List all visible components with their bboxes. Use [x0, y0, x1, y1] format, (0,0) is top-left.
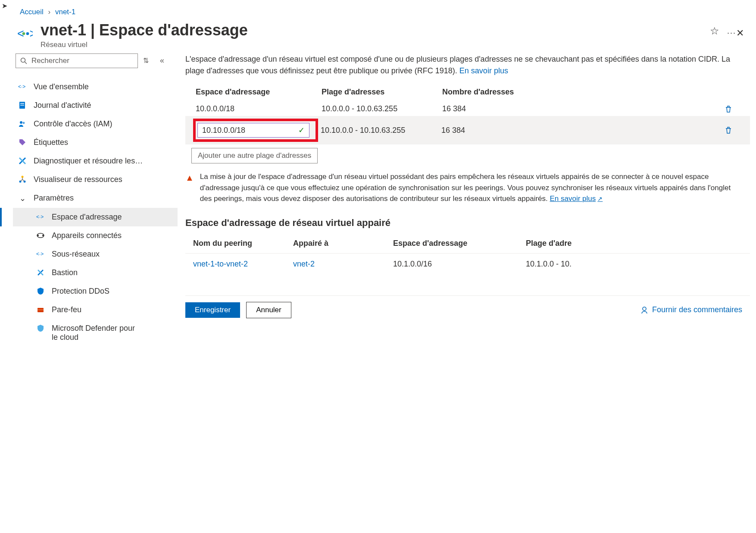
diagnose-icon: [17, 157, 28, 165]
breadcrumb-current[interactable]: vnet-1: [55, 8, 75, 16]
col-header-peered-range: Plage d'adre: [526, 239, 750, 248]
svg-point-22: [643, 307, 646, 310]
learn-more-link[interactable]: En savoir plus: [459, 66, 508, 75]
feedback-link[interactable]: Fournir des commentaires: [640, 305, 742, 314]
delete-button[interactable]: [724, 105, 750, 113]
bastion-icon: [35, 268, 46, 277]
sidebar-item-firewall[interactable]: Pare-feu: [13, 301, 178, 319]
chevron-down-icon: ⌄: [17, 194, 28, 203]
sidebar-item-bastion[interactable]: Bastion: [13, 263, 178, 282]
sidebar-item-label: Bastion: [52, 268, 78, 277]
intro-text: L'espace d'adressage d'un réseau virtuel…: [185, 53, 750, 78]
peered-section-title: Espace d'adressage de réseau virtuel app…: [185, 217, 750, 229]
more-menu-icon[interactable]: ···: [727, 28, 736, 38]
trash-icon: [724, 105, 733, 113]
col-header-count: Nombre d'adresses: [442, 88, 724, 97]
sidebar-item-label: Protection DDoS: [52, 287, 109, 296]
feedback-icon: [640, 306, 649, 314]
close-icon[interactable]: ✕: [736, 28, 744, 39]
svg-point-18: [42, 235, 44, 236]
address-table-header: Espace d'adressage Plage d'adresses Nomb…: [185, 85, 750, 102]
sidebar-item-label: Diagnostiquer et résoudre les…: [34, 157, 143, 166]
search-icon: [20, 57, 27, 64]
sidebar-item-label: Journal d'activité: [34, 101, 91, 110]
save-button[interactable]: Enregistrer: [185, 302, 240, 318]
shield-icon: [35, 287, 46, 295]
address-row-editing: 10.10.0.0/18 ✓ 10.10.0.0 - 10.10.63.255 …: [185, 116, 750, 144]
check-icon: ✓: [298, 125, 305, 135]
sidebar-item-label: Visualiseur de ressources: [34, 175, 122, 184]
firewall-icon: [35, 305, 46, 314]
sidebar-item-label: Microsoft Defender pour le cloud: [52, 324, 138, 342]
sidebar-item-address-space[interactable]: <·> Espace d'adressage: [13, 208, 178, 226]
address-range-value: 10.0.0.0 - 10.0.63.255: [322, 104, 442, 113]
external-link-icon: ↗: [597, 195, 603, 202]
collapse-sidebar-icon[interactable]: «: [160, 56, 164, 65]
svg-text:>: >: [30, 27, 33, 40]
svg-text:<·>: <·>: [36, 214, 44, 220]
svg-rect-9: [20, 105, 24, 106]
breadcrumb-separator: ›: [48, 8, 51, 16]
sidebar-item-ddos[interactable]: Protection DDoS: [13, 282, 178, 301]
svg-rect-8: [20, 103, 24, 104]
sidebar-item-overview[interactable]: <·> Vue d'ensemble: [13, 78, 178, 96]
sidebar-item-iam[interactable]: Contrôle d'accès (IAM): [13, 115, 178, 133]
sidebar-item-label: Contrôle d'accès (IAM): [34, 119, 112, 129]
sidebar-item-subnets[interactable]: <·> Sous-réseaux: [13, 245, 178, 263]
svg-point-2: [26, 32, 29, 35]
sidebar-item-defender[interactable]: Microsoft Defender pour le cloud: [13, 319, 178, 347]
warning-learn-more-link[interactable]: En savoir plus↗: [550, 194, 603, 203]
svg-rect-21: [37, 310, 44, 310]
sidebar-item-visualizer[interactable]: Visualiseur de ressources: [13, 170, 178, 189]
highlight-box: 10.10.0.0/18 ✓: [193, 119, 318, 142]
sidebar-group-label: Paramètres: [34, 194, 74, 203]
warning-banner: ▲ La mise à jour de l'espace d'adressage…: [185, 171, 750, 204]
peered-space-value: 10.1.0.0/16: [393, 260, 526, 269]
svg-point-1: [22, 32, 25, 35]
peered-vnet-link[interactable]: vnet-2: [293, 260, 315, 268]
address-range-value: 10.10.0.0 - 10.10.63.255: [321, 126, 441, 135]
vnet-small-icon: <·>: [35, 213, 46, 221]
sort-icon[interactable]: ⇅: [143, 56, 149, 65]
search-input[interactable]: Rechercher: [16, 53, 138, 68]
address-row: 10.0.0.0/18 10.0.0.0 - 10.0.63.255 16 38…: [185, 102, 750, 116]
peering-name-link[interactable]: vnet-1-to-vnet-2: [193, 260, 248, 268]
peered-table-header: Nom du peering Appairé à Espace d'adress…: [185, 236, 750, 254]
col-header-peering-name: Nom du peering: [193, 239, 293, 248]
address-input-value: 10.10.0.0/18: [202, 126, 245, 135]
svg-text:<·>: <·>: [36, 251, 44, 257]
sidebar-item-label: Pare-feu: [52, 305, 81, 314]
delete-button[interactable]: [724, 126, 750, 135]
sidebar-item-label: Espace d'adressage: [52, 213, 122, 222]
sidebar-item-tags[interactable]: Étiquettes: [13, 133, 178, 152]
sidebar-item-label: Étiquettes: [34, 138, 68, 147]
svg-line-5: [25, 62, 27, 64]
favorite-icon[interactable]: ☆: [710, 25, 719, 37]
sidebar-item-label: Vue d'ensemble: [34, 82, 89, 91]
col-header-range: Plage d'adresses: [322, 88, 442, 97]
peered-range-value: 10.1.0.0 - 10.: [526, 260, 750, 269]
people-icon: [17, 119, 28, 128]
col-header-peered-space: Espace d'adressage: [393, 239, 526, 248]
vnet-icon: <>: [17, 22, 33, 43]
sidebar-item-diagnose[interactable]: Diagnostiquer et résoudre les…: [13, 152, 178, 170]
col-header-peered-to: Appairé à: [293, 239, 393, 248]
sidebar-item-connected-devices[interactable]: Appareils connectés: [13, 226, 178, 245]
address-input[interactable]: 10.10.0.0/18 ✓: [197, 123, 309, 138]
feedback-label: Fournir des commentaires: [652, 305, 742, 314]
svg-point-4: [21, 58, 25, 62]
svg-text:<·>: <·>: [18, 84, 25, 90]
sidebar-item-label: Appareils connectés: [52, 231, 122, 240]
cancel-button[interactable]: Annuler: [246, 302, 291, 318]
defender-icon: [35, 324, 46, 332]
add-range-button[interactable]: Ajouter une autre plage d'adresses: [191, 148, 318, 163]
col-header-space: Espace d'adressage: [196, 88, 322, 97]
svg-point-12: [22, 176, 24, 178]
peered-row: vnet-1-to-vnet-2 vnet-2 10.1.0.0/16 10.1…: [185, 254, 750, 275]
breadcrumb-home[interactable]: Accueil: [20, 8, 44, 16]
warning-icon: ▲: [185, 171, 194, 204]
connected-icon: [35, 231, 46, 240]
sidebar-group-settings[interactable]: ⌄ Paramètres: [13, 189, 178, 208]
vnet-small-icon: <·>: [17, 82, 28, 91]
sidebar-item-activity-log[interactable]: Journal d'activité: [13, 96, 178, 115]
